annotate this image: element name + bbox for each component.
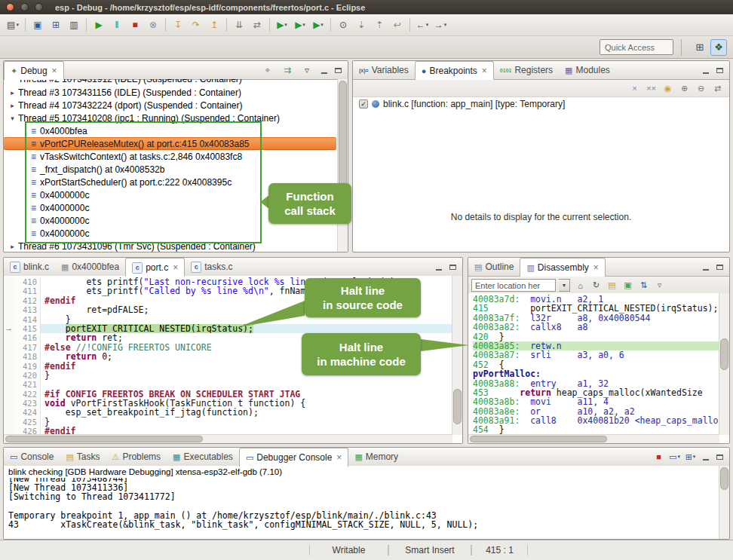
close-tab-icon[interactable]: ×: [336, 452, 342, 463]
save-icon[interactable]: ▣: [29, 17, 47, 33]
debug-thread-row[interactable]: ▸Thread #3 1073431156 (IDLE) (Suspended …: [4, 86, 338, 99]
code-line[interactable]: 424 esp_set_breakpoint_if_jtag(function)…: [4, 408, 452, 417]
collapse-all-icon[interactable]: ⊖: [694, 81, 708, 95]
debug-scrollbar[interactable]: [337, 79, 348, 252]
tab-console[interactable]: ▭Console: [4, 448, 60, 466]
remove-selected-breakpoints-icon[interactable]: ×: [627, 81, 642, 95]
close-tab-icon[interactable]: ×: [482, 66, 487, 76]
external-tools-icon[interactable]: ▶▾: [309, 17, 327, 33]
show-symbols-icon[interactable]: ▣: [621, 279, 635, 292]
expand-arrow-icon[interactable]: ▸: [8, 89, 17, 96]
run-icon[interactable]: ▶▾: [291, 17, 309, 33]
quick-access[interactable]: Quick Access: [600, 39, 673, 55]
maximize-view-icon[interactable]: [713, 64, 726, 77]
suspend-icon[interactable]: ‖: [108, 17, 126, 33]
scrollbar-thumb[interactable]: [720, 338, 728, 370]
tab-breakpoints[interactable]: ●Breakpoints×: [415, 61, 494, 80]
tab-registers[interactable]: 0101Registers: [494, 61, 559, 79]
console-scrollbar[interactable]: [719, 466, 729, 539]
disassembly-vscrollbar[interactable]: [719, 293, 729, 435]
disasm-src[interactable]: 415 portEXIT_CRITICAL_NESTED(irqStatus);: [473, 304, 719, 313]
minimize-view-icon[interactable]: [699, 64, 712, 77]
expand-arrow-icon[interactable]: ▸: [8, 243, 17, 250]
scrollbar-thumb[interactable]: [720, 467, 728, 490]
tab-tasks[interactable]: ▤Tasks: [60, 448, 106, 466]
editor-hscrollbar[interactable]: [4, 434, 452, 443]
debug-thread-row[interactable]: ▸Thread #6 1073431096 (Tmr Svc) (Suspend…: [4, 240, 338, 252]
save-all-icon[interactable]: ⊞: [47, 17, 65, 33]
debug-perspective-icon[interactable]: ❖: [710, 39, 727, 56]
maximize-button[interactable]: [35, 3, 43, 11]
debug-thread-row[interactable]: ▾Thread #5 1073410208 (ipc1 : Running) (…: [4, 112, 338, 124]
tab-outline[interactable]: ▤Outline: [468, 258, 520, 276]
tab-problems[interactable]: ⚠Problems: [106, 448, 167, 466]
location-dropdown-icon[interactable]: ▾: [559, 279, 570, 292]
location-input[interactable]: Enter location her: [471, 279, 556, 292]
expand-arrow-icon[interactable]: ▸: [8, 102, 17, 109]
use-step-filters-icon[interactable]: ⇄: [248, 17, 266, 33]
remove-all-terminated-icon[interactable]: ⌖: [259, 62, 277, 78]
debug-thread-row[interactable]: ▸Thread #4 1073432224 (dport) (Suspended…: [4, 99, 338, 112]
disconnect-icon[interactable]: ⊗: [144, 17, 162, 33]
link-with-debug-view-icon[interactable]: ⇄: [710, 81, 725, 95]
print-icon[interactable]: ▥: [65, 17, 83, 33]
view-menu-icon[interactable]: ▿: [652, 279, 667, 292]
close-button[interactable]: [6, 3, 14, 11]
code-line[interactable]: 421: [4, 380, 452, 389]
expand-all-icon[interactable]: ⊕: [677, 81, 692, 95]
maximize-view-icon[interactable]: [332, 64, 345, 77]
search-icon[interactable]: ⊙: [334, 17, 352, 33]
tab-debug[interactable]: ✦Debug×: [4, 61, 64, 80]
display-selected-console-icon[interactable]: ▭▾: [667, 450, 682, 464]
stack-frame-row[interactable]: ≡vTaskSwitchContext() at tasks.c:2,846 0…: [4, 150, 338, 163]
remove-all-breakpoints-icon[interactable]: ××: [644, 81, 658, 95]
new-icon[interactable]: ▤▾: [4, 17, 22, 33]
debug-thread-row[interactable]: ▸Thread #2 1073431912 (IDLE) (Suspended …: [4, 79, 338, 86]
maximize-view-icon[interactable]: [446, 261, 459, 274]
minimize-view-icon[interactable]: [699, 451, 712, 464]
tab-variables[interactable]: (x)=Variables: [353, 61, 415, 79]
step-into-icon[interactable]: ↧: [169, 17, 187, 33]
disasm-inst[interactable]: 40083a91: call8 0x40081b20 <heap_caps_ma…: [473, 416, 719, 425]
open-console-icon[interactable]: ⊞▾: [683, 450, 698, 464]
terminate-icon[interactable]: ■: [652, 450, 666, 464]
tab-modules[interactable]: ▦Modules: [559, 61, 616, 79]
close-tab-icon[interactable]: ×: [173, 262, 178, 273]
disasm-inst[interactable]: 40083a8b: movi a11, 4: [473, 397, 719, 406]
debug-launch-tree[interactable]: ▸Thread #2 1073431912 (IDLE) (Suspended …: [4, 79, 338, 252]
minimize-view-icon[interactable]: [699, 261, 712, 274]
code-line[interactable]: 422#if CONFIG_FREERTOS_BREAK_ON_SCHEDULE…: [4, 390, 452, 399]
disassembly-listing[interactable]: 40083a7d: movi.n a2, 1415 portEXIT_CRITI…: [468, 293, 719, 435]
minimize-view-icon[interactable]: [432, 261, 445, 274]
previous-annotation-icon[interactable]: ⇡: [370, 17, 388, 33]
console-output[interactable]: blink checking [GDB Hardware Debugging] …: [4, 466, 719, 539]
scrollbar-thumb[interactable]: [453, 389, 462, 424]
close-tab-icon[interactable]: ×: [593, 262, 599, 273]
show-breakpoints-supported-icon[interactable]: ◉: [661, 81, 675, 95]
disasm-inst[interactable]: 40083a82: callx8 a8: [473, 323, 719, 332]
step-over-icon[interactable]: ↷: [187, 17, 205, 33]
instruction-stepping-mode-icon[interactable]: ⇉: [278, 62, 296, 78]
tab-executables[interactable]: ▦Executables: [167, 448, 239, 466]
close-tab-icon[interactable]: ×: [52, 66, 57, 76]
editor-vscrollbar[interactable]: [452, 276, 462, 435]
home-icon[interactable]: ⌂: [573, 279, 587, 292]
tab-tasks-c[interactable]: ctasks.c: [185, 258, 238, 276]
last-edit-location-icon[interactable]: ↩: [388, 17, 406, 33]
breakpoint-checkbox[interactable]: ✓: [359, 99, 368, 109]
back-icon[interactable]: ←▾: [413, 17, 431, 33]
stack-frame-row[interactable]: ≡0x4000000c: [4, 227, 338, 240]
disassembly-hscrollbar[interactable]: [468, 434, 719, 443]
breakpoint-item[interactable]: ✓blink.c [function: app_main] [type: Tem…: [353, 97, 729, 111]
code-line[interactable]: 425}: [4, 418, 452, 427]
scrollbar-thumb[interactable]: [5, 436, 203, 442]
stack-frame-row[interactable]: ≡0x4000bfea: [4, 124, 338, 137]
stack-frame-row[interactable]: ≡vPortCPUReleaseMutex() at port.c:415 0x…: [4, 137, 336, 150]
forward-icon[interactable]: →▾: [431, 17, 449, 33]
debug-icon[interactable]: ▶▾: [273, 17, 291, 33]
tab-debugger-console[interactable]: ▭Debugger Console×: [239, 448, 349, 467]
code-line[interactable]: →415 portEXIT_CRITICAL_NESTED(irqStatus)…: [4, 324, 452, 333]
refresh-icon[interactable]: ↻: [589, 279, 603, 292]
disasm-label[interactable]: pvPortMalloc:: [473, 369, 719, 378]
tab-0x4000bfea[interactable]: ▦0x4000bfea: [55, 258, 125, 276]
